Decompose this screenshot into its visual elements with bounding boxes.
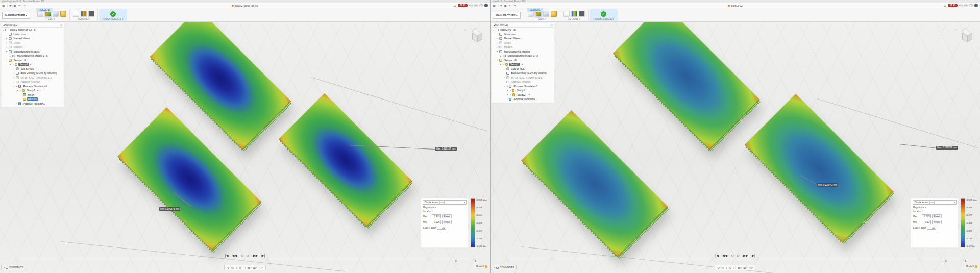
finish-results-caption[interactable]: FINISH RESULTS ▾ (594, 17, 614, 21)
playback-button[interactable]: ▷ (247, 254, 250, 258)
report-icon[interactable] (81, 11, 87, 17)
tree-item[interactable]: ▸ ▲ Study2 (492, 93, 554, 97)
undo-icon[interactable]: ↶ (509, 4, 511, 7)
undo-icon[interactable]: ↶ (18, 4, 21, 7)
nav-tool[interactable]: ⊙ (239, 266, 241, 269)
redo-icon[interactable]: ↷ (513, 4, 516, 7)
job-status-icon[interactable]: ↻ (959, 4, 963, 7)
nav-tool[interactable]: ▤ ▾ (247, 266, 251, 269)
extensions-icon[interactable]: ⊞ (454, 4, 456, 7)
visibility-eye-icon[interactable] (514, 59, 517, 61)
playback-button[interactable]: ◀◀ (232, 254, 237, 258)
export-results-icon[interactable] (73, 11, 79, 17)
animate-icon[interactable] (88, 11, 94, 17)
simulation-timeline[interactable] (15, 261, 476, 261)
simulation-timeline[interactable] (506, 261, 966, 261)
notifications-icon[interactable]: ● (474, 4, 478, 7)
chevron-down-icon[interactable]: ▾ (741, 267, 742, 269)
browser-options-icon[interactable]: ⊙ (551, 23, 553, 27)
nav-tool[interactable]: ◎ (721, 266, 724, 269)
file-menu-icon[interactable]: ▢▾ (7, 4, 12, 7)
pan-icon[interactable]: + (726, 266, 728, 269)
app-grid-icon[interactable]: ▦ (2, 4, 5, 7)
tree-item[interactable]: ▸ Manufacturing Model 1 (492, 54, 554, 58)
tree-item[interactable]: ▾ Setups (492, 58, 554, 63)
3d-viewport[interactable]: Max: 0.913127 mm Min: 0.105571 mm ⌂ ◂ BR… (0, 22, 490, 273)
visibility-eye-icon[interactable] (513, 29, 516, 31)
workspace-selector[interactable]: MANUFACTURE ▾ (493, 12, 521, 19)
min-displacement-flag[interactable]: Min: 0.105571 mm (159, 207, 180, 211)
chevron-down-icon[interactable]: ▾ (262, 267, 263, 269)
display-settings-icon[interactable]: ▤ (738, 266, 741, 269)
comments-bar[interactable]: ▾ COMMENTS (492, 265, 517, 270)
finish-results-icon[interactable]: ✓ (110, 11, 116, 17)
playback-button[interactable]: |◀ (715, 254, 719, 258)
nav-tool[interactable]: ⊙ (729, 266, 731, 269)
tree-item[interactable]: ▸ Manufacturing Model 1 (2, 54, 64, 58)
ribbon-group-finish-results[interactable]: ✓ FINISH RESULTS ▾ (590, 9, 618, 21)
look-at-icon[interactable]: ◎ (231, 266, 234, 269)
fit-icon[interactable]: ▢ (733, 266, 736, 269)
grid-snaps-icon[interactable]: ⊞ (253, 266, 256, 269)
component-dropdown[interactable]: Magnitude▾ (913, 206, 957, 209)
component-dropdown[interactable]: Magnitude▾ (423, 206, 467, 209)
visibility-eye-icon[interactable] (24, 59, 26, 61)
section-view-icon[interactable] (53, 11, 59, 17)
tree-item[interactable]: ▸ Models (492, 45, 554, 49)
min-value-field[interactable]: 0.106 (432, 220, 441, 224)
visibility-eye-icon[interactable] (521, 64, 523, 65)
home-view-icon[interactable]: ⌂ (464, 28, 467, 31)
tree-item[interactable]: ▾ ▲ Setup1 (2, 62, 64, 67)
playback-button[interactable]: ▶▶ (253, 254, 258, 258)
timeline-handle[interactable] (945, 260, 947, 262)
max-displacement-flag[interactable]: Max: 0.529379 mm (936, 146, 958, 150)
playback-button[interactable]: ▶| (752, 254, 755, 258)
tree-item[interactable]: ▾ plate2-spine-off v2 (2, 28, 64, 32)
nav-tool[interactable]: ◫ ▾ (259, 266, 263, 269)
workspace-selector[interactable]: MANUFACTURE ▾ (2, 12, 30, 19)
export-results-icon[interactable] (564, 11, 570, 17)
max-value-field[interactable]: 0.913 (432, 214, 441, 218)
tree-item[interactable]: ▸ Named Views (492, 36, 554, 41)
nav-tool[interactable]: ◎ (231, 266, 234, 269)
browser-options-icon[interactable]: ⊙ (60, 23, 62, 27)
tree-item[interactable]: ▾ Setups (2, 58, 64, 63)
grid-snaps-icon[interactable]: ⊞ (743, 266, 746, 269)
tree-item[interactable]: ▸ M716_SAE_FlexM450 1:1 (492, 76, 554, 80)
playback-button[interactable]: ▷ (737, 254, 740, 258)
nav-tool[interactable]: ▢ (243, 266, 246, 269)
timeline-handle[interactable] (455, 260, 457, 262)
playback-button[interactable]: ◀◀ (722, 254, 727, 258)
chevron-down-icon[interactable]: ▾ (746, 267, 747, 269)
report-icon[interactable] (571, 11, 577, 17)
probe-icon[interactable] (60, 11, 66, 17)
simulation-plate-right[interactable] (745, 94, 894, 243)
tree-item[interactable]: Additive Arrange (492, 80, 554, 84)
view-cube[interactable]: ⌂ (469, 28, 486, 45)
edit-group-caption[interactable]: EDIT ▾ (37, 17, 66, 21)
finish-results-icon[interactable]: ✓ (601, 11, 606, 17)
max-value-field[interactable]: 0.529 (922, 214, 931, 218)
edit-group-caption[interactable]: EDIT ▾ (528, 17, 557, 21)
tree-item[interactable]: ▲ Additive Toolpath1 (492, 97, 554, 102)
fit-icon[interactable]: ▢ (243, 266, 246, 269)
extensions-icon[interactable]: ⊞ (944, 4, 946, 7)
tree-item[interactable]: ▸ ◔ Study1 (492, 88, 554, 93)
zoom-icon[interactable]: ⊙ (239, 266, 241, 269)
min-value-field[interactable]: 0.12 (922, 220, 931, 224)
nav-tool[interactable]: ↺ (717, 266, 720, 269)
max-reset-button[interactable]: Reset (442, 214, 451, 218)
scope-dropdown[interactable]: Local▾ (423, 210, 467, 213)
tree-item[interactable]: ▸ Origin (2, 41, 64, 45)
chevron-down-icon[interactable]: ▾ (251, 267, 252, 269)
avatar[interactable] (484, 4, 488, 7)
chevron-down-icon[interactable]: ▾ (752, 267, 753, 269)
visibility-eye-icon[interactable] (528, 94, 530, 95)
job-status-icon[interactable]: ↻ (469, 4, 473, 7)
tree-item[interactable]: Mesh (2, 93, 64, 97)
tree-item[interactable]: Units: mm (2, 32, 64, 37)
nav-tool[interactable]: ▢ (733, 266, 736, 269)
home-view-icon[interactable]: ⌂ (954, 28, 957, 31)
animate-icon[interactable] (579, 11, 585, 17)
tree-item[interactable]: ▾ ▲ Study1 (2, 88, 64, 93)
